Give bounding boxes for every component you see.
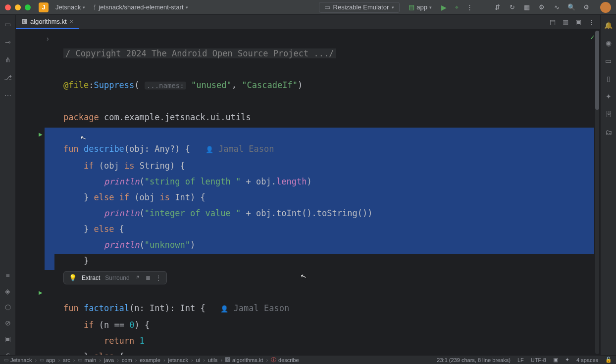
left-tool-strip: ▭ ⊸ ⋔ ⎇ ⋯ ≡ ◈ ⬡ ⊘ ▣ ⎌ <box>0 15 16 364</box>
breadcrumb-item[interactable]: Jetsnack <box>10 357 32 363</box>
sync-icon[interactable]: ↻ <box>508 3 516 11</box>
project-name: Jetsnack <box>55 3 81 11</box>
problems-icon[interactable]: ⊘ <box>3 318 12 327</box>
ai-assistant-icon[interactable]: ✦ <box>604 92 613 101</box>
code-token: fun <box>63 303 79 313</box>
indent-setting[interactable]: 4 spaces <box>576 357 598 363</box>
code-token: else <box>94 352 114 355</box>
search-icon[interactable]: 🔍 <box>567 3 575 11</box>
surround-action[interactable]: Surround <box>105 274 129 281</box>
vcs-branch-selector[interactable]: ᚶ jetsnack/shared-element-start ▾ <box>89 3 192 11</box>
breadcrumb-item[interactable]: ui <box>196 357 201 363</box>
run-config-selector[interactable]: ▤ app ▾ <box>405 3 436 11</box>
branch-name: jetsnack/shared-element-start <box>99 3 183 11</box>
error-icon: ⓘ <box>271 356 276 364</box>
breadcrumb-item[interactable]: main <box>84 357 96 363</box>
project-selector[interactable]: Jetsnack ▾ <box>51 3 89 11</box>
code-token: "integer of value " <box>145 208 241 218</box>
gradle-icon[interactable]: ◉ <box>604 39 613 47</box>
build-icon[interactable]: ▦ <box>523 3 531 11</box>
code-token: if <box>119 192 129 202</box>
code-token: else <box>94 192 114 202</box>
run-line-marker-icon[interactable]: ▶ <box>39 290 43 295</box>
code-token: == <box>114 320 124 330</box>
breadcrumb-item[interactable]: app <box>46 357 55 363</box>
comment-action-icon[interactable]: 〃 <box>135 273 141 282</box>
more-tools-icon[interactable]: ⋯ <box>3 91 12 100</box>
tab-algorithms[interactable]: algorithms.kt × <box>16 15 79 29</box>
right-tool-strip: 🔔 ◉ ▭ ▯ ✦ 🗄 🗂 <box>600 15 616 355</box>
structure-tool-icon[interactable]: ⋔ <box>3 55 12 64</box>
run-line-marker-icon[interactable]: ▶ <box>39 132 43 137</box>
branch-icon: ᚶ <box>93 4 97 11</box>
debug-button[interactable]: ⌖ <box>453 3 461 11</box>
editor-preview-icon[interactable]: ▣ <box>574 18 582 26</box>
editor-split-icon[interactable]: ▥ <box>562 18 569 26</box>
bulb-icon[interactable]: 💡 <box>69 274 77 281</box>
reformat-action-icon[interactable]: ≣ <box>146 274 151 281</box>
breadcrumb-item[interactable]: utils <box>208 357 218 363</box>
close-window-icon[interactable] <box>5 4 11 10</box>
editor-scrollbar-thumb[interactable] <box>595 31 599 110</box>
minimize-window-icon[interactable] <box>15 4 21 10</box>
line-separator[interactable]: LF <box>517 357 524 363</box>
code-token: else <box>94 224 114 234</box>
project-tool-icon[interactable]: ▭ <box>3 20 12 29</box>
more-intention-icon[interactable]: ⋮ <box>155 274 161 281</box>
code-token: String <box>140 161 170 171</box>
device-name: Resizable Emulator <box>333 3 389 11</box>
titlebar: J Jetsnack ▾ ᚶ jetsnack/shared-element-s… <box>0 0 616 15</box>
user-avatar[interactable] <box>600 2 611 13</box>
bookmarks-icon[interactable]: ≡ <box>3 271 12 280</box>
breadcrumb-item[interactable]: describe <box>278 357 299 363</box>
code-token: Int <box>175 192 190 202</box>
code-token: is <box>124 161 134 171</box>
notifications-icon[interactable]: 🔔 <box>604 21 613 30</box>
breadcrumb-item[interactable]: java <box>104 357 114 363</box>
emulator-icon[interactable]: ▯ <box>604 74 613 83</box>
code-content[interactable]: / Copyright 2024 The Android Open Source… <box>45 30 600 355</box>
extract-action[interactable]: Extract <box>82 274 100 281</box>
readonly-toggle-icon[interactable]: 🔓 <box>605 357 612 363</box>
editor-more-icon[interactable]: ⋮ <box>587 18 595 26</box>
breadcrumb-item[interactable]: jetsnack <box>168 357 188 363</box>
breadcrumb-item[interactable]: com <box>122 357 132 363</box>
terminal-icon[interactable]: ▣ <box>3 334 12 343</box>
profiler-icon[interactable]: ⚙ <box>538 3 546 11</box>
commit-tool-icon[interactable]: ⊸ <box>3 38 12 46</box>
run-button[interactable]: ▶ <box>440 3 448 11</box>
breadcrumb-item[interactable]: algorithms.kt <box>232 357 263 363</box>
folder-icon: ▭ <box>4 357 8 363</box>
code-token: obj <box>256 208 271 218</box>
services-icon[interactable]: ⬡ <box>3 303 12 312</box>
more-actions-icon[interactable]: ⋮ <box>465 3 473 11</box>
close-tab-icon[interactable]: × <box>70 18 73 25</box>
inspection-widget-icon[interactable]: ▣ <box>553 357 558 363</box>
file-encoding[interactable]: UTF-8 <box>531 357 546 363</box>
build-variants-icon[interactable]: ◈ <box>3 287 12 296</box>
zoom-window-icon[interactable] <box>25 4 31 10</box>
settings-icon[interactable]: ⚙ <box>582 3 590 11</box>
device-explorer-icon[interactable]: 🗂 <box>604 128 613 136</box>
cursor-position[interactable]: 23:1 (239 chars, 8 line breaks) <box>437 357 511 363</box>
project-icon[interactable]: J <box>39 2 49 12</box>
breadcrumb-item[interactable]: example <box>140 357 160 363</box>
code-token: "CascadeIf" <box>242 80 298 90</box>
gutter: ▶ ▶ <box>16 30 45 355</box>
copyright-comment: / Copyright 2024 The Android Open Source… <box>63 48 336 58</box>
intention-toolbar[interactable]: 💡 Extract Surround 〃 ≣ ⋮ <box>63 271 167 284</box>
app-links-icon[interactable]: ∿ <box>553 3 561 11</box>
editor-area[interactable]: ▶ ▶ › ✓ / Copyright 2024 The Android Ope… <box>16 30 600 355</box>
code-token: if <box>84 161 94 171</box>
database-icon[interactable]: 🗄 <box>604 110 613 119</box>
ai-indicator-icon[interactable]: ✦ <box>565 357 569 363</box>
device-manager-icon[interactable]: ▭ <box>604 56 613 65</box>
chevron-down-icon: ▾ <box>429 5 432 10</box>
chevron-down-icon: ▾ <box>392 5 394 10</box>
breadcrumb-item[interactable]: src <box>63 357 70 363</box>
device-selector[interactable]: ▭ Resizable Emulator ▾ <box>319 2 400 13</box>
code-token: obj <box>256 177 271 186</box>
pull-requests-icon[interactable]: ⎇ <box>3 73 12 82</box>
editor-view-mode-icon[interactable]: ▤ <box>549 18 557 26</box>
code-with-me-icon[interactable]: ⇵ <box>493 3 501 11</box>
